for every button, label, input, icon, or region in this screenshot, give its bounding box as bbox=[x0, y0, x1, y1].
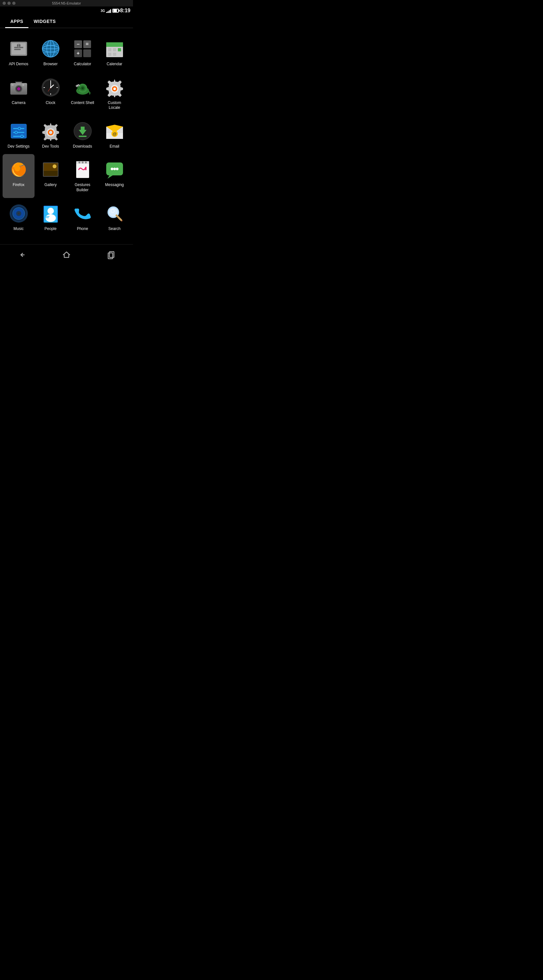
svg-point-95 bbox=[85, 162, 87, 164]
title-bar: 5554:N5-Emulator bbox=[0, 0, 133, 6]
svg-point-112 bbox=[48, 208, 54, 214]
app-clock[interactable]: Clock bbox=[35, 72, 67, 116]
camera-icon bbox=[8, 77, 29, 98]
svg-rect-24 bbox=[113, 48, 116, 51]
close-light bbox=[3, 2, 6, 5]
api-demos-icon bbox=[8, 38, 29, 59]
app-firefox[interactable]: Firefox bbox=[3, 154, 35, 198]
clock-label: Clock bbox=[46, 100, 55, 106]
svg-marker-98 bbox=[108, 175, 113, 179]
gallery-label: Gallery bbox=[44, 183, 57, 188]
app-downloads[interactable]: Downloads bbox=[67, 116, 98, 154]
app-camera[interactable]: Camera bbox=[3, 72, 35, 116]
signal-icon bbox=[106, 8, 111, 13]
dev-tools-icon bbox=[40, 121, 61, 142]
svg-point-56 bbox=[78, 84, 79, 86]
music-icon bbox=[8, 203, 29, 224]
svg-point-54 bbox=[76, 85, 77, 86]
app-calendar[interactable]: Calendar bbox=[98, 33, 130, 72]
network-label: 3G bbox=[101, 9, 105, 13]
search-label: Search bbox=[108, 226, 121, 232]
svg-text:=: = bbox=[86, 41, 89, 47]
svg-point-99 bbox=[111, 168, 113, 170]
svg-point-107 bbox=[18, 213, 20, 215]
dev-settings-label: Dev Settings bbox=[8, 144, 29, 149]
app-calculator[interactable]: − = + Calculator bbox=[67, 33, 98, 72]
calendar-label: Calendar bbox=[106, 62, 122, 67]
custom-locale-icon bbox=[104, 77, 125, 98]
svg-point-72 bbox=[49, 131, 52, 134]
app-browser[interactable]: Browser bbox=[35, 33, 67, 72]
svg-rect-16 bbox=[83, 49, 91, 57]
downloads-label: Downloads bbox=[73, 144, 92, 149]
dev-settings-icon bbox=[8, 121, 29, 142]
gallery-icon bbox=[40, 159, 61, 180]
phone-label: Phone bbox=[77, 226, 88, 232]
app-email[interactable]: @ Email bbox=[98, 116, 130, 154]
tab-apps[interactable]: APPS bbox=[5, 15, 29, 28]
svg-rect-114 bbox=[46, 216, 49, 217]
svg-text:+: + bbox=[76, 50, 79, 56]
app-dev-tools[interactable]: Dev Tools bbox=[35, 116, 67, 154]
firefox-label: Firefox bbox=[13, 183, 25, 188]
content-shell-label: Content Shell bbox=[71, 100, 94, 106]
music-label: Music bbox=[14, 226, 24, 232]
tab-widgets[interactable]: WIDGETS bbox=[29, 15, 61, 28]
app-custom-locale[interactable]: Custom Locale bbox=[98, 72, 130, 116]
svg-point-33 bbox=[22, 84, 24, 86]
people-label: People bbox=[44, 226, 57, 232]
traffic-lights bbox=[3, 2, 16, 5]
svg-point-94 bbox=[82, 162, 84, 164]
svg-rect-26 bbox=[108, 52, 111, 56]
battery-icon bbox=[112, 9, 119, 13]
maximize-light bbox=[12, 2, 16, 5]
svg-rect-27 bbox=[113, 52, 116, 56]
svg-point-101 bbox=[116, 168, 119, 170]
app-api-demos[interactable]: API Demos bbox=[3, 33, 35, 72]
svg-point-100 bbox=[113, 168, 116, 170]
calendar-icon bbox=[104, 38, 125, 59]
app-people[interactable]: People bbox=[35, 198, 67, 237]
search-icon bbox=[104, 203, 125, 224]
svg-point-59 bbox=[113, 88, 116, 90]
calculator-label: Calculator bbox=[74, 62, 91, 67]
svg-rect-121 bbox=[108, 253, 113, 259]
browser-label: Browser bbox=[43, 62, 57, 67]
app-music[interactable]: Music bbox=[3, 198, 35, 237]
firefox-icon bbox=[8, 159, 29, 180]
camera-label: Camera bbox=[12, 100, 25, 106]
minimize-light bbox=[8, 2, 11, 5]
svg-point-96 bbox=[85, 169, 87, 170]
app-gallery[interactable]: Gallery bbox=[35, 154, 67, 198]
recents-button[interactable] bbox=[104, 248, 117, 261]
svg-text:−: − bbox=[76, 41, 79, 47]
svg-text:@: @ bbox=[112, 132, 116, 136]
svg-rect-25 bbox=[118, 48, 121, 51]
svg-point-93 bbox=[78, 162, 80, 164]
window-title: 5554:N5-Emulator bbox=[52, 1, 81, 5]
dev-tools-label: Dev Tools bbox=[42, 144, 59, 149]
gestures-builder-icon bbox=[72, 159, 93, 180]
svg-line-120 bbox=[116, 215, 121, 220]
app-gestures-builder[interactable]: Gestures Builder bbox=[67, 154, 98, 198]
status-bar: 3G 8:19 bbox=[0, 6, 133, 15]
messaging-icon bbox=[104, 159, 125, 180]
app-messaging[interactable]: Messaging bbox=[98, 154, 130, 198]
email-label: Email bbox=[110, 144, 119, 149]
svg-rect-76 bbox=[79, 136, 87, 137]
back-button[interactable] bbox=[16, 248, 29, 261]
tabs-bar: APPS WIDGETS bbox=[0, 15, 133, 28]
gestures-builder-label: Gestures Builder bbox=[75, 183, 90, 192]
home-button[interactable] bbox=[60, 248, 73, 261]
app-phone[interactable]: Phone bbox=[67, 198, 98, 237]
messaging-label: Messaging bbox=[105, 183, 124, 188]
app-search[interactable]: Search bbox=[98, 198, 130, 237]
downloads-icon bbox=[72, 121, 93, 142]
custom-locale-label: Custom Locale bbox=[108, 100, 121, 110]
app-content-shell[interactable]: Content Shell bbox=[67, 72, 98, 116]
app-dev-settings[interactable]: Dev Settings bbox=[3, 116, 35, 154]
svg-rect-23 bbox=[108, 48, 111, 51]
api-demos-label: API Demos bbox=[9, 62, 29, 67]
nav-bar bbox=[0, 244, 133, 265]
svg-rect-22 bbox=[106, 45, 123, 47]
